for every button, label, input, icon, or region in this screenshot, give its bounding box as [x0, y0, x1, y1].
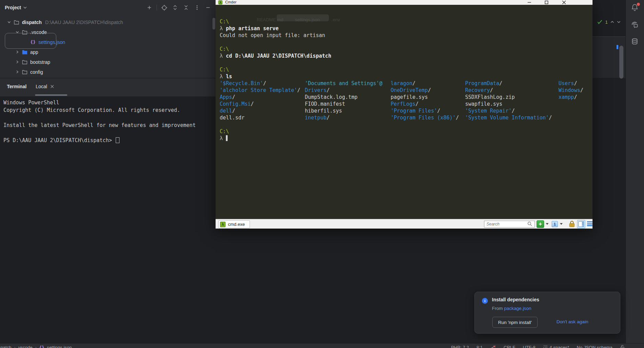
- entry-name: ProgramData: [465, 80, 499, 86]
- terminal-panel-title[interactable]: Terminal: [7, 84, 26, 89]
- chevron-right-icon[interactable]: [14, 70, 21, 74]
- close-icon[interactable]: [50, 85, 54, 88]
- entry-name: hiberfil.sys: [305, 108, 342, 114]
- dir-entry: 'Documents and Settings'@: [305, 80, 382, 87]
- tree-row-dispatch[interactable]: dispatchD:\AAU JAAU 2\DISPATCH\dispatch: [0, 17, 216, 27]
- new-console-dropdown-icon[interactable]: [546, 223, 549, 225]
- maximize-button[interactable]: [541, 0, 552, 4]
- entry-name: 'alcholor Store Template': [220, 87, 297, 93]
- entry-suffix: /: [456, 115, 459, 121]
- file-encoding[interactable]: UTF-8: [523, 345, 536, 348]
- entry-suffix: /: [415, 101, 418, 107]
- console-tab-cmd[interactable]: λ cmd.exe: [218, 220, 250, 228]
- tree-row-config[interactable]: config: [0, 67, 216, 77]
- entry-name: FIOD.manifest: [305, 101, 345, 107]
- locate-file-icon[interactable]: [160, 4, 168, 11]
- chevron-down-icon[interactable]: [5, 20, 12, 24]
- dir-entry: Apps/: [220, 94, 300, 101]
- dir-entry: Config.Msi/: [220, 101, 300, 107]
- minimize-button[interactable]: [524, 0, 535, 4]
- caret-position[interactable]: 8:1: [476, 345, 483, 348]
- lambda-prompt: λ: [220, 53, 226, 59]
- dont-ask-again-link[interactable]: Don't ask again: [556, 319, 588, 324]
- window-dropdown-icon[interactable]: [560, 223, 563, 225]
- lock-icon[interactable]: [569, 221, 575, 227]
- entry-suffix: /: [232, 94, 235, 100]
- dir-entry: 'System Volume Information'/: [465, 114, 552, 121]
- ai-assistant-icon[interactable]: [631, 21, 639, 30]
- entry-name: inetpub: [305, 115, 326, 121]
- project-scrollbar[interactable]: [212, 18, 215, 30]
- chevron-right-icon[interactable]: [14, 50, 21, 54]
- entry-suffix: /: [490, 87, 493, 93]
- run-npm-install-button[interactable]: Run 'npm install': [492, 317, 538, 328]
- entry-name: Apps: [220, 94, 232, 100]
- breadcrumb-item-ispatch[interactable]: ispatch: [0, 345, 11, 348]
- cmder-line: C:\: [220, 66, 331, 73]
- expand-all-icon[interactable]: [171, 4, 179, 11]
- cmder-terminal[interactable]: README.mdsettings.json.env C:\λ php arti…: [216, 5, 593, 219]
- split-layout-button[interactable]: [577, 220, 585, 228]
- unlock-icon[interactable]: [620, 345, 625, 348]
- from-label: From: [492, 306, 503, 311]
- json-schema[interactable]: No JSON schema: [577, 345, 612, 348]
- project-panel-header: Project: [0, 0, 216, 15]
- ls-column: laragon/OneDriveTemp/pagefile.sysPerfLog…: [391, 80, 459, 121]
- line-ending[interactable]: CRLF: [504, 345, 515, 348]
- notifications-bell-icon[interactable]: [631, 3, 639, 12]
- dir-entry: inetpub/: [305, 114, 382, 121]
- ls-column: '$Recycle.Bin'/'alcholor Store Template'…: [220, 80, 300, 121]
- powershell-output: Windows PowerShellCopyright (C) Microsof…: [3, 99, 196, 144]
- cmder-titlebar[interactable]: λ Cmder: [216, 0, 593, 5]
- add-icon[interactable]: [146, 4, 153, 11]
- inspection-profile-icon[interactable]: [490, 345, 496, 348]
- entry-suffix: /: [437, 108, 440, 114]
- close-button[interactable]: [558, 0, 570, 4]
- kebab-menu-icon[interactable]: [193, 4, 201, 11]
- indent-setting[interactable]: 4 spaces*: [543, 345, 569, 348]
- collapse-all-icon[interactable]: [182, 4, 190, 11]
- scrollbar-error-stripe[interactable]: [617, 45, 618, 49]
- notification-popup: i Install dependencies From package.json…: [474, 292, 620, 334]
- notification-subtitle: From package.json: [492, 306, 531, 311]
- dir-entry: dell/: [220, 107, 300, 114]
- entry-suffix: /: [574, 94, 577, 100]
- php-version[interactable]: PHP: 7.2: [451, 345, 469, 348]
- cmder-line: [220, 59, 331, 66]
- lambda-prompt: λ: [220, 135, 226, 141]
- entry-suffix: /: [549, 115, 552, 121]
- chevron-right-icon[interactable]: [14, 60, 21, 64]
- lambda-badge-icon: λ: [220, 222, 226, 227]
- cmder-line: λ cd D:\AAU JAAU 2\DISPATCH\dispatch: [220, 53, 331, 59]
- new-console-button[interactable]: +: [537, 220, 544, 228]
- tree-row-bootstrap[interactable]: bootstrap: [0, 57, 216, 67]
- inspections-widget[interactable]: 1: [595, 17, 623, 27]
- dir-entry: Windows/: [559, 87, 583, 94]
- dir-entry: 'Program Files'/: [391, 107, 459, 114]
- breadcrumb-item-vscode[interactable]: vscode: [18, 345, 32, 348]
- entry-suffix: /: [232, 108, 235, 114]
- status-bar: ispatch›vscode›{}settings.json PHP: 7.2 …: [0, 343, 644, 348]
- dir-entry: Recovery/: [465, 87, 552, 94]
- dir-entry: dell.sdr: [220, 114, 300, 121]
- hide-panel-icon[interactable]: [204, 4, 212, 11]
- hamburger-menu-icon[interactable]: [587, 221, 593, 226]
- entry-suffix: /: [263, 80, 266, 86]
- next-problem-icon: [617, 21, 621, 23]
- project-panel-title[interactable]: Project: [5, 5, 21, 10]
- breadcrumb-separator-icon: ›: [35, 345, 36, 348]
- breadcrumb-item-settings-json[interactable]: settings.json: [47, 345, 72, 348]
- database-icon[interactable]: [631, 38, 639, 46]
- window-number-button[interactable]: 1: [552, 221, 558, 227]
- tree-item-label: app: [30, 49, 38, 55]
- chevron-down-icon[interactable]: [23, 5, 27, 10]
- command-text: php artisan serve: [226, 25, 279, 32]
- package-json-link[interactable]: package.json: [504, 306, 531, 311]
- cmder-window: λ Cmder README.mdsettings.json.env C:\λ …: [216, 0, 593, 229]
- ls-column: ProgramData/Recovery/SSDXFlashLog.zipswa…: [465, 80, 552, 121]
- cmder-terminal-text: C:\λ php artisan serveCould not open inp…: [220, 18, 331, 142]
- cmder-line: λ ls: [220, 73, 331, 80]
- editor-scrollbar[interactable]: [619, 46, 623, 79]
- info-icon: i: [482, 298, 488, 304]
- tab-local[interactable]: Local: [36, 84, 54, 89]
